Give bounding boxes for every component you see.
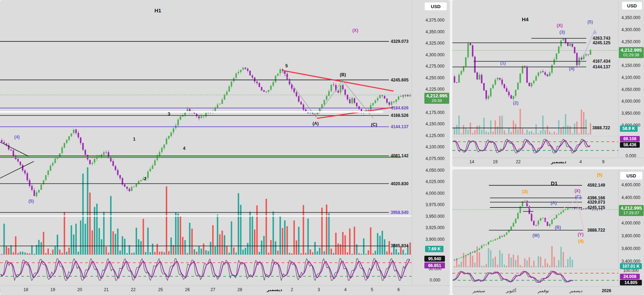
trend-line[interactable] xyxy=(576,200,584,229)
volume-bar xyxy=(189,223,191,255)
candle xyxy=(563,39,564,40)
trend-line[interactable] xyxy=(537,200,576,225)
volume-bar xyxy=(531,266,532,267)
volume-bar xyxy=(513,255,514,267)
volume-bar xyxy=(483,118,485,135)
volume-bar xyxy=(226,246,227,255)
trading-workspace: H1 USD 4,212.995 29:39 7.69 K 95.940 66.… xyxy=(0,0,644,295)
volume-bar xyxy=(249,212,251,255)
candle xyxy=(161,148,163,152)
candle xyxy=(354,98,355,103)
candle xyxy=(382,95,383,96)
time-axis-area[interactable] xyxy=(0,285,412,295)
candle xyxy=(163,144,165,148)
candle xyxy=(508,230,510,232)
candle xyxy=(85,150,86,155)
candle xyxy=(454,260,455,260)
candle xyxy=(374,101,376,103)
candle xyxy=(24,170,26,173)
volume-bar xyxy=(540,131,541,135)
wave-label: (3) xyxy=(522,189,527,194)
price-axis-label: 4,000.000 xyxy=(621,221,640,226)
time-axis-label: 5 xyxy=(371,287,373,292)
candle xyxy=(200,116,202,118)
candle xyxy=(569,208,571,208)
trend-line[interactable] xyxy=(283,70,393,91)
candle xyxy=(483,83,485,91)
candle xyxy=(279,69,281,74)
candle xyxy=(180,116,181,120)
volume-bar xyxy=(497,265,498,267)
volume-bar xyxy=(551,134,553,135)
currency-button-h4[interactable]: USD xyxy=(622,1,642,10)
level-label: 3888.722 xyxy=(587,228,605,233)
candle xyxy=(159,152,160,155)
volume-bar xyxy=(583,112,584,135)
volume-bar xyxy=(499,116,501,135)
candle xyxy=(542,71,544,72)
volume-bar xyxy=(474,263,476,267)
volume-bar xyxy=(338,243,339,255)
time-axis-label: ديسمبر xyxy=(570,288,583,293)
candle xyxy=(347,95,348,100)
time-axis-area[interactable] xyxy=(452,158,618,167)
volume-bar xyxy=(554,257,555,267)
volume-bar xyxy=(470,123,471,135)
trend-line[interactable] xyxy=(0,142,28,156)
candle xyxy=(474,251,476,253)
stoch-d-badge-d1: 24.008 xyxy=(620,274,640,279)
time-axis-label: 4 xyxy=(580,159,582,164)
candle xyxy=(52,163,53,165)
volume-bar xyxy=(520,265,521,267)
volume-bar xyxy=(499,250,501,267)
volume-bar xyxy=(488,248,489,267)
volume-bar xyxy=(47,249,49,255)
chart-panel-h1[interactable]: H1 USD 4,212.995 29:39 7.69 K 95.940 66.… xyxy=(0,0,450,295)
candle xyxy=(499,78,501,80)
candle xyxy=(467,254,469,255)
chart-panel-d1[interactable]: D1 USD 4,212.995 17:29:37 107.01 K 24.00… xyxy=(452,169,644,295)
wave-label: (X) xyxy=(352,28,358,33)
trend-line[interactable] xyxy=(317,107,393,118)
trend-line[interactable] xyxy=(0,161,34,178)
wave-label: (5) xyxy=(28,199,34,204)
candle xyxy=(542,218,544,218)
chart-title-h4: H4 xyxy=(522,16,529,22)
currency-button-h1[interactable]: USD xyxy=(424,2,447,11)
candle xyxy=(61,147,63,153)
volume-bar xyxy=(184,240,186,255)
volume-bar xyxy=(389,241,390,255)
wave-label: (X) xyxy=(575,188,581,193)
volume-badge-h4: 58.9 K xyxy=(620,125,638,132)
candle xyxy=(499,236,501,239)
volume-bar xyxy=(502,116,503,135)
candle xyxy=(89,160,91,164)
volume-bar xyxy=(194,249,195,255)
level-label: 4245.125 xyxy=(587,205,605,210)
candle xyxy=(228,86,230,92)
candle xyxy=(370,105,371,110)
volume-bar xyxy=(59,250,61,255)
volume-bar xyxy=(349,228,351,255)
candle xyxy=(242,68,244,70)
volume-bar xyxy=(129,245,130,255)
volume-bar xyxy=(275,241,276,255)
level-label: 4144.137 xyxy=(593,64,610,69)
candle xyxy=(275,76,276,83)
candle xyxy=(409,95,411,96)
time-axis-label: 22 xyxy=(131,287,135,292)
currency-button-d1[interactable]: USD xyxy=(620,171,643,180)
candle xyxy=(529,83,530,86)
candle xyxy=(252,75,253,78)
volume-bar xyxy=(115,234,116,255)
chart-panel-h4[interactable]: H4 USD 4,212.995 01:29:38 58.9 K 69.108 … xyxy=(452,0,644,167)
volume-bar xyxy=(524,259,526,267)
candle xyxy=(558,46,559,53)
wave-label: (2) xyxy=(513,101,518,106)
last-price: 4,212.995 xyxy=(619,47,644,53)
pane-separator xyxy=(452,270,618,270)
price-axis-label: 4,225.000 xyxy=(425,87,444,92)
volume-bar xyxy=(510,257,512,267)
volume-bar xyxy=(180,216,181,255)
trend-line[interactable] xyxy=(283,72,316,117)
